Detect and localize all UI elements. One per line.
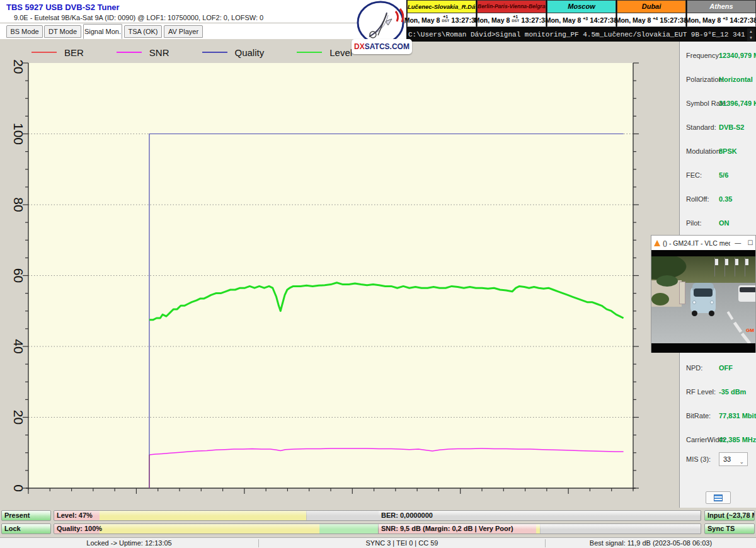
param-value: -35 dBm <box>719 388 746 396</box>
svg-text:120: 120 <box>11 60 26 74</box>
channel-watermark: GM <box>746 328 754 333</box>
logo-dx: DX <box>354 42 365 51</box>
tuner-subtitle: 9.0E - Eutelsat 9B/Ka-Sat 9A (ID: 0090) … <box>14 14 263 21</box>
maximize-button[interactable]: ☐ <box>745 239 755 246</box>
scroll-down-icon[interactable]: ▼ <box>749 35 753 40</box>
param-label: FEC: <box>686 171 702 179</box>
legend-quality: Quality <box>202 47 265 58</box>
tab-tsa[interactable]: TSA (OK) <box>124 25 162 38</box>
lock-label: Lock <box>4 525 21 532</box>
mis-dropdown[interactable]: 33 ⌄ <box>719 452 748 466</box>
snr-label: SNR: 9,5 dB (Margin: 0,2 dB | Very Poor) <box>381 525 513 532</box>
cmd-scrollbar[interactable]: ▲ ▼ <box>747 28 755 41</box>
param-value: 8PSK <box>719 147 737 155</box>
clock-tz: +3 <box>583 17 588 21</box>
vlc-window: () - GM24.IT - VLC med... — ☐ <box>651 235 756 353</box>
scene-suv <box>738 285 755 302</box>
param-pilot: Pilot: ON <box>680 212 756 236</box>
sync-ts-indicator: Sync TS <box>704 523 755 534</box>
world-clocks: Lučenec-Slovakia_R.Dávid Mon, May 8 +1DS… <box>406 0 756 28</box>
clock-date: Mon, May 8 <box>546 16 581 24</box>
quality-label: Quality: 100% <box>57 525 102 532</box>
mis-label: MIS (3): <box>686 455 711 463</box>
ber-label: BER: 0,0000000 <box>381 511 433 519</box>
car-wheel <box>692 311 697 316</box>
scene-flag <box>735 259 738 265</box>
sync-ts-label: Sync TS <box>707 525 735 532</box>
vlc-video[interactable]: GM <box>651 250 755 353</box>
legend-label: BER <box>64 47 84 58</box>
clock-name: Moscow <box>547 0 616 13</box>
clock-moscow: Moscow Mon, May 8 +3 14:27:38 <box>546 0 616 28</box>
param-value: 31396,749 KS/s <box>719 100 756 107</box>
svg-text:100: 100 <box>11 123 26 145</box>
param-value: OFF <box>719 364 733 372</box>
clock-tz: +4 <box>653 17 658 21</box>
lane-marking <box>741 333 751 343</box>
scene-microcar <box>690 283 716 317</box>
scene-flag <box>725 259 728 265</box>
scene-flag <box>715 259 718 265</box>
param-label: RollOff: <box>686 195 709 203</box>
quality-line-swatch <box>202 52 227 53</box>
param-label: BitRate: <box>686 412 711 420</box>
lane-marking <box>727 311 734 320</box>
statusbar-sync: SYNC 3 | TEI 0 | CC 59 <box>259 539 545 547</box>
param-frequency: Frequency: 12340,979 MHz <box>680 44 756 68</box>
app-title: TBS 5927 USB DVB-S2 Tuner <box>6 3 120 12</box>
scroll-up-icon[interactable]: ▲ <box>749 29 753 34</box>
scene-bush <box>656 275 678 287</box>
list-icon <box>714 494 723 501</box>
minimize-button[interactable]: — <box>733 239 743 246</box>
param-carrierwidth: CarrierWidth: 42,385 MHz <box>680 428 756 452</box>
logo-wordmark: DXSATCS.COM <box>352 39 412 54</box>
panel-bottom-group: NPD: OFF RF Level: -35 dBm BitRate: 77,8… <box>680 357 756 452</box>
clock-name: Athens <box>687 0 756 13</box>
param-value: Horizontal <box>719 76 753 83</box>
legend-level: Level <box>297 47 352 58</box>
tab-dt-mode[interactable]: DT Mode <box>44 25 81 38</box>
tab-bs-mode[interactable]: BS Mode <box>6 25 43 38</box>
tab-signal-mon[interactable]: Signal Mon. <box>83 24 122 39</box>
level-label: Level: 47% <box>57 511 93 519</box>
clock-time: Mon, May 8 +3 14:27:38 <box>547 13 616 27</box>
scene-pillar <box>679 282 685 304</box>
param-label: Frequency: <box>686 52 721 59</box>
clock-date: Mon, May 8 <box>474 16 510 24</box>
param-value: 5/6 <box>719 171 728 179</box>
param-bitrate: BitRate: 77,831 Mbit/s <box>680 404 756 428</box>
clock-time: Mon, May 8 +1DST 13:27:38 <box>407 13 476 27</box>
statusbar-uptime: Locked -> Uptime: 12:13:05 <box>0 539 258 547</box>
clock-dubai: Dubai Mon, May 8 +4 15:27:38 <box>616 0 686 28</box>
clock-lucenec: Lučenec-Slovakia_R.Dávid Mon, May 8 +1DS… <box>406 0 476 28</box>
clock-date: Mon, May 8 <box>616 16 651 24</box>
param-npd: NPD: OFF <box>680 357 756 380</box>
param-value: DVB-S2 <box>719 123 744 131</box>
input-label: Input (~23,78 Mbps) <box>707 511 755 519</box>
ber-progressbar: BER: 0,0000000 <box>378 510 701 521</box>
param-value: 0.35 <box>719 195 732 203</box>
logo-rest: SATCS.COM <box>365 42 410 51</box>
command-prompt-bar: C:\Users\Roman Dávid>Signal monitoring_P… <box>406 28 756 42</box>
car-wheel <box>709 311 714 316</box>
clock-time: Mon, May 8 +4 15:27:38 <box>617 13 686 27</box>
present-label: Present <box>4 511 30 519</box>
snr-line-swatch <box>117 52 142 53</box>
tab-av-player[interactable]: AV Player <box>164 25 203 38</box>
legend-ber: BER <box>32 47 84 58</box>
snr-progressbar: SNR: 9,5 dB (Margin: 0,2 dB | Very Poor) <box>378 523 701 534</box>
scene-flag <box>745 259 748 265</box>
lock-indicator: Lock <box>1 523 51 534</box>
vlc-titlebar[interactable]: () - GM24.IT - VLC med... — ☐ <box>651 236 755 250</box>
panel-top-group: Frequency: 12340,979 MHz Polarization: H… <box>680 44 756 236</box>
legend-label: SNR <box>149 47 169 58</box>
ber-line-swatch <box>32 52 57 53</box>
statusbar: Locked -> Uptime: 12:13:05 SYNC 3 | TEI … <box>0 537 756 548</box>
dxsatcs-logo: DXSATCS.COM <box>350 0 413 58</box>
lane-marking <box>733 322 742 333</box>
param-value: 77,831 Mbit/s <box>719 412 756 420</box>
chart-legend: BER SNR Quality Level <box>32 45 352 59</box>
panel-action-button[interactable] <box>706 491 731 504</box>
param-rolloff: RollOff: 0.35 <box>680 188 756 212</box>
chevron-down-icon: ⌄ <box>739 455 744 468</box>
